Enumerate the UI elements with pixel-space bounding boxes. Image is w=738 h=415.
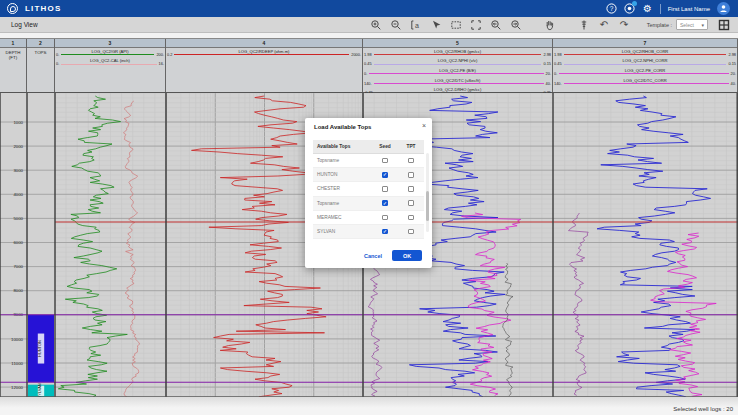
tops-row-sylvan: SYLVAN✓: [313, 225, 424, 239]
curve-scale-max: 40.: [731, 82, 736, 86]
ok-button[interactable]: OK: [392, 250, 422, 261]
curve-scale-min: 1.98: [554, 53, 562, 57]
tops-row-meramec: MERAMEC: [313, 211, 424, 225]
curve-scale-line: [564, 54, 727, 55]
depth-label: 11000: [11, 361, 23, 366]
curve-scale-min: 140.: [554, 82, 562, 86]
curve-scale-line: [564, 83, 729, 84]
zoom-cursor-icon[interactable]: [429, 18, 444, 31]
curve-header[interactable]: LOG_QC2/RHOB (gm/cc)1.982.98: [363, 49, 552, 58]
tpt-checkbox[interactable]: [408, 186, 414, 192]
svg-text:a: a: [415, 21, 419, 28]
undo-icon[interactable]: ↶: [597, 18, 612, 31]
seed-checkbox[interactable]: [382, 215, 388, 221]
zoom-fit-icon[interactable]: a: [409, 18, 424, 31]
top-name: MERAMEC: [313, 215, 372, 220]
track-number: 4: [166, 39, 362, 48]
template-select-value: Select: [680, 22, 694, 28]
curve-scale-line: [369, 73, 543, 74]
top-name: Topsname: [313, 158, 372, 163]
svg-text:↶: ↶: [600, 19, 608, 30]
curve-header[interactable]: LOG_QC2-CAL (inch)0.16.: [55, 58, 165, 67]
top-name: SYLVAN: [313, 229, 372, 234]
chevron-down-icon: ▾: [701, 22, 704, 28]
curve-scale-line: [374, 54, 542, 55]
curve-scale-min: 0.45: [364, 62, 372, 66]
settings-gear-icon[interactable]: ⚙: [642, 3, 653, 14]
cancel-button[interactable]: Cancel: [364, 253, 382, 259]
svg-text:↷: ↷: [620, 19, 629, 30]
layout-grid-icon[interactable]: [716, 18, 731, 31]
curve-scale-line: [374, 83, 544, 84]
depth-label: 8000: [13, 288, 23, 293]
track-header-1: 1DEPTH (FT): [0, 39, 27, 92]
zoom-out-icon[interactable]: [389, 18, 404, 31]
seed-checkbox[interactable]: [382, 158, 388, 164]
tpt-checkbox[interactable]: [408, 200, 414, 206]
track-number: 7: [553, 39, 737, 48]
pan-hand-icon[interactable]: [543, 18, 558, 31]
tops-track-title: TOPS: [27, 50, 54, 55]
appbar-divider: [660, 4, 661, 14]
seed-checkbox[interactable]: ✓: [382, 200, 388, 206]
page-title: Log View: [11, 21, 38, 28]
track-header-5: 5LOG_QC2/RHOB (gm/cc)1.982.98LOG_QC2-NPH…: [363, 39, 553, 92]
depth-label: 4000: [13, 192, 23, 197]
curve-header[interactable]: LOG_QC2/RDEEP (ohm.m)0.22000.: [166, 49, 362, 58]
top-name: CHESTER: [313, 186, 372, 191]
column-seed: Seed: [372, 144, 398, 149]
curve-scale-max: 2.98: [543, 53, 551, 57]
track-header-2: 2TOPS: [27, 39, 55, 92]
seed-checkbox[interactable]: ✓: [382, 229, 388, 235]
depth-label: 5000: [13, 216, 23, 221]
track-number: 2: [27, 39, 54, 48]
zoom-next-icon[interactable]: [509, 18, 524, 31]
template-label: Template :: [647, 22, 672, 28]
curve-scale-max: 0.15: [728, 62, 736, 66]
curve-scale-min: 0.: [364, 72, 367, 76]
curve-header[interactable]: LOG_QC2/DTC_CORR140.40.: [553, 78, 737, 87]
seed-checkbox[interactable]: ✓: [382, 172, 388, 178]
scrollbar-thumb[interactable]: [426, 191, 429, 221]
curve-scale-max: 2.98: [728, 53, 736, 57]
curve-scale-min: 0.: [554, 72, 557, 76]
brand-title: LITHOS: [25, 4, 62, 13]
help-icon[interactable]: ?: [606, 3, 617, 14]
notifications-icon[interactable]: [624, 3, 635, 14]
depth-label: 2000: [13, 144, 23, 149]
depth-label: 7000: [13, 264, 23, 269]
zoom-in-icon[interactable]: [369, 18, 384, 31]
curve-header[interactable]: LOG_QC2-PE (B/E)0.20.: [363, 68, 552, 77]
zoom-area-icon[interactable]: [449, 18, 464, 31]
seed-checkbox[interactable]: [382, 186, 388, 192]
tops-row-topsname: Topsname✓: [313, 197, 424, 211]
tpt-checkbox[interactable]: [408, 172, 414, 178]
curve-header[interactable]: LOG_QC2-NPHI_CORR0.450.15: [553, 58, 737, 67]
curve-header[interactable]: LOG_QC2-NPHI (v/v)0.450.15: [363, 58, 552, 67]
curve-scale-min: 0.45: [554, 62, 562, 66]
top-name: Topsname: [313, 201, 372, 206]
depth-label: 3000: [13, 168, 23, 173]
tpt-checkbox[interactable]: [408, 158, 414, 164]
redo-icon[interactable]: ↷: [617, 18, 632, 31]
tpt-checkbox[interactable]: [408, 229, 414, 235]
zoom-prev-icon[interactable]: [489, 18, 504, 31]
tops-band-label: SYLVAN: [37, 383, 42, 397]
expand-icon[interactable]: [469, 18, 484, 31]
curve-header[interactable]: LOG_QC2/DTC (uSec/ft)140.40.: [363, 78, 552, 87]
user-avatar[interactable]: [717, 2, 730, 15]
curve-scale-line: [61, 64, 156, 65]
curve-header[interactable]: LOG_QC2/GR (API)0.200.: [55, 49, 165, 58]
tops-row-chester: CHESTER: [313, 182, 424, 196]
curve-scale-max: 0.15: [543, 62, 551, 66]
tpt-checkbox[interactable]: [408, 215, 414, 221]
curve-scale-min: 0.: [56, 53, 59, 57]
depth-label: 1000: [13, 120, 23, 125]
user-name: First Last Name: [668, 6, 710, 12]
curve-header[interactable]: LOG_QC2-PE_CORR0.20.: [553, 68, 737, 77]
curve-header[interactable]: LOG_QC2/RHOB_CORR1.982.98: [553, 49, 737, 58]
template-select[interactable]: Select ▾: [676, 19, 708, 30]
close-icon[interactable]: ×: [422, 122, 426, 129]
well-pin-icon[interactable]: [577, 18, 592, 31]
curve-scale-line: [174, 54, 349, 55]
